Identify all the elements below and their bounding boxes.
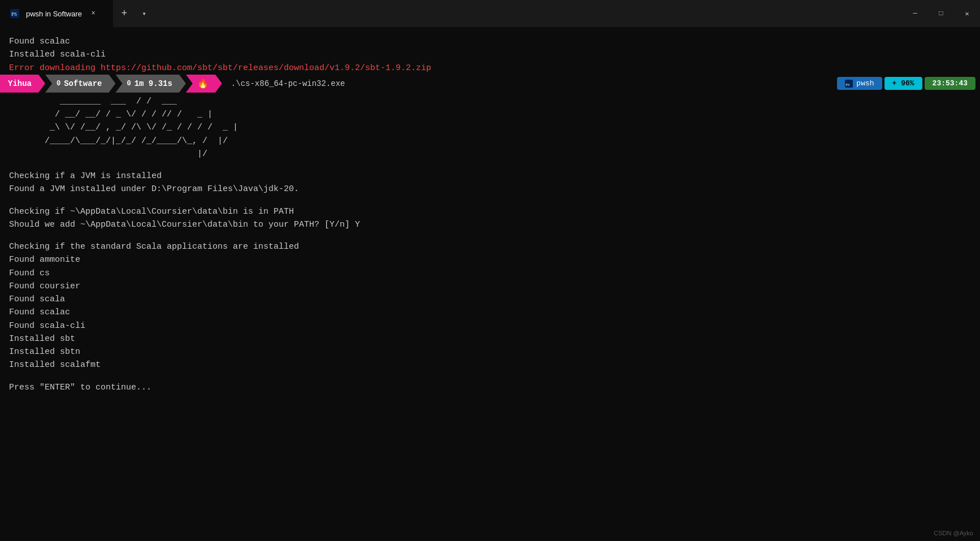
found-coursier-line: Found coursier [9, 280, 971, 293]
clock-label: 23:53:43 [933, 79, 968, 88]
terminal-content[interactable]: ________ ___ / / ___ / __/ __/ / _ \/ / … [0, 95, 980, 541]
prompt-path: .\cs-x86_64-pc-win32.exe [222, 79, 345, 88]
active-tab[interactable]: PS pwsh in Software × [0, 0, 113, 27]
terminal-window: PS pwsh in Software × + ▾ ─ □ ✕ Found sc… [0, 0, 980, 541]
found-jvm-line: Found a JVM installed under D:\Program F… [9, 183, 971, 196]
prompt-bar: Yihua 0 Software 0 1m 9.31s 🔥 .\cs-x86_6… [0, 75, 980, 93]
ascii-art: ________ ___ / / ___ / __/ __/ / _ \/ / … [9, 95, 971, 161]
close-window-button[interactable]: ✕ [954, 0, 980, 27]
shell-name-label: pwsh [856, 79, 874, 88]
svg-text:PS: PS [11, 11, 17, 17]
flame-icon: 🔥 [197, 78, 209, 89]
add-path-line: Should we add ~\AppData\Local\Coursier\d… [9, 218, 971, 231]
prompt-dir-icon: 0 [57, 80, 60, 88]
installed-scalafmt-line: Installed scalafmt [9, 358, 971, 371]
terminal-line-found-scalac: Found scalac [9, 35, 971, 48]
prompt-shell-indicator: PS pwsh [837, 77, 882, 90]
prompt-dir-label: Software [64, 79, 102, 88]
svg-text:PS: PS [845, 82, 850, 86]
prompt-segment-user: Yihua [0, 75, 45, 93]
prompt-segment-time: 0 1m 9.31s [115, 75, 185, 93]
installed-sbt-line: Installed sbt [9, 332, 971, 345]
checking-path-line: Checking if ~\AppData\Local\Coursier\dat… [9, 205, 971, 218]
prompt-time-icon: 0 [127, 80, 131, 88]
found-ammonite-line: Found ammonite [9, 253, 971, 266]
battery-label: + 96% [892, 79, 914, 88]
found-cs-line: Found cs [9, 267, 971, 280]
prompt-user-label: Yihua [8, 79, 32, 88]
prompt-segment-directory: 0 Software [45, 75, 115, 93]
terminal-line-installed-scala-cli: Installed scala-cli [9, 48, 971, 61]
prompt-path-label: .\cs-x86_64-pc-win32.exe [231, 79, 345, 88]
tab-area: PS pwsh in Software × + ▾ [0, 0, 902, 27]
press-enter-line: Press "ENTER" to continue... [9, 381, 971, 394]
prompt-segment-flame: 🔥 [186, 75, 222, 93]
titlebar: PS pwsh in Software × + ▾ ─ □ ✕ [0, 0, 980, 27]
prompt-clock: 23:53:43 [925, 77, 975, 90]
powershell-icon: PS [9, 8, 20, 19]
watermark: CSDN @Ayko [934, 530, 973, 536]
terminal-area: Found scalac Installed scala-cli Error d… [0, 27, 980, 541]
checking-scala-line: Checking if the standard Scala applicati… [9, 240, 971, 253]
found-scalac-line: Found scalac [9, 306, 971, 319]
terminal-line-error: Error downloading https://github.com/sbt… [9, 62, 971, 75]
minimize-button[interactable]: ─ [902, 0, 928, 27]
powershell-small-icon: PS [845, 80, 853, 88]
prompt-battery-indicator: + 96% [884, 77, 922, 90]
close-tab-button[interactable]: × [88, 8, 99, 19]
maximize-button[interactable]: □ [928, 0, 954, 27]
prompt-time-label: 1m 9.31s [135, 79, 172, 88]
new-tab-button[interactable]: + [113, 2, 136, 25]
found-scala-line: Found scala [9, 293, 971, 306]
tab-dropdown-button[interactable]: ▾ [136, 2, 153, 25]
installed-sbtn-line: Installed sbtn [9, 345, 971, 358]
prompt-right-segments: PS pwsh + 96% 23:53:43 [837, 77, 980, 90]
found-scala-cli-line: Found scala-cli [9, 319, 971, 332]
tab-title: pwsh in Software [26, 10, 82, 18]
window-controls: ─ □ ✕ [902, 0, 980, 27]
checking-jvm-line: Checking if a JVM is installed [9, 170, 971, 183]
